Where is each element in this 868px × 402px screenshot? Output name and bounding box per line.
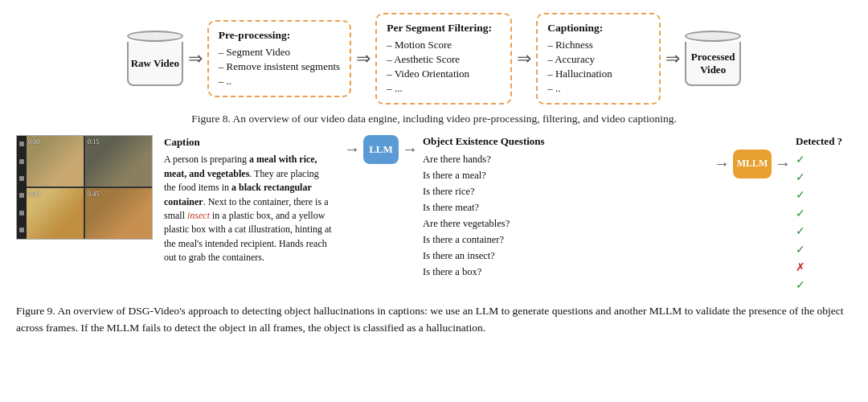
filtering-box: Per Segment Filtering: Motion Score Aest… — [375, 13, 512, 105]
arrow-1: ⇒ — [188, 48, 203, 69]
mllm-label: MLLM — [737, 158, 768, 170]
filtering-list: Motion Score Aesthetic Score Video Orien… — [387, 38, 501, 96]
caption-text: A person is preparing a meal with rice, … — [164, 153, 333, 265]
filtering-item-1: Motion Score — [387, 38, 501, 52]
questions-list: Are there hands? Is there a meal? Is the… — [423, 151, 709, 280]
detected-5: ✓ — [796, 223, 852, 240]
raw-video-label: Raw Video — [127, 42, 183, 86]
llm-box: LLM — [363, 135, 399, 164]
detected-2: ✓ — [796, 169, 852, 187]
filtering-title: Per Segment Filtering: — [387, 21, 501, 36]
film-hole — [19, 176, 24, 181]
question-7: Is there an insect? — [423, 248, 709, 264]
arrow-4: ⇒ — [665, 48, 680, 69]
filtering-item-4: ... — [387, 81, 501, 96]
captioning-box: Captioning: Richness Accuracy Hallucinat… — [536, 13, 661, 105]
questions-title: Object Existence Questions — [423, 135, 709, 148]
question-6: Is there a container? — [423, 232, 709, 248]
detected-7: ✗ — [796, 259, 852, 277]
question-3: Is there rice? — [423, 183, 709, 199]
thumb-bottom-left: 0:30 — [17, 188, 84, 239]
detected-6: ✓ — [796, 241, 852, 259]
llm-label: LLM — [369, 143, 393, 156]
thumb-top-right: 0:15 — [85, 136, 152, 187]
question-2: Is there a meal? — [423, 167, 709, 183]
arrow-to-mllm: → — [714, 154, 730, 173]
detected-1: ✓ — [796, 151, 852, 169]
preprocessing-item-2: Remove insistent segments — [219, 59, 340, 74]
question-5: Are there vegetables? — [423, 215, 709, 232]
filtering-item-3: Video Orientation — [387, 67, 501, 81]
film-strip-left — [17, 136, 27, 239]
detected-title: Detected ? — [796, 135, 852, 148]
preprocessing-title: Pre-processing: — [219, 28, 340, 43]
question-8: Is there a box? — [423, 264, 709, 280]
video-thumbnails: 0:00 0:15 0:30 0:45 — [16, 135, 153, 240]
detected-3: ✓ — [796, 187, 852, 204]
figure9-caption: Figure 9. An overview of DSG-Video's app… — [16, 303, 852, 337]
arrow-to-llm: → — [344, 140, 360, 158]
mllm-section: → MLLM → — [714, 150, 791, 178]
film-hole — [19, 228, 24, 232]
arrow-2: ⇒ — [356, 48, 371, 69]
thumb-bottom-right: 0:45 — [85, 188, 152, 239]
colored-insect: insect — [187, 210, 210, 221]
arrow-from-mllm: → — [775, 154, 791, 173]
bold-meal: a meal with rice, meat, and vegetables — [164, 154, 317, 178]
preprocessing-item-1: Segment Video — [219, 45, 340, 59]
questions-panel: Object Existence Questions Are there han… — [423, 135, 709, 280]
captioning-item-1: Richness — [547, 38, 649, 52]
captioning-item-2: Accuracy — [547, 52, 649, 67]
mllm-box: MLLM — [733, 150, 772, 178]
detected-list: ✓ ✓ ✓ ✓ ✓ ✓ ✗ ✓ — [796, 151, 852, 295]
film-hole — [19, 159, 24, 164]
figure9-diagram: 0:00 0:15 0:30 0:45 Caption A person is … — [16, 135, 852, 295]
filtering-item-2: Aesthetic Score — [387, 52, 501, 67]
film-hole — [19, 193, 24, 198]
caption-panel: Caption A person is preparing a meal wit… — [164, 135, 333, 265]
captioning-item-4: .. — [547, 81, 649, 96]
processed-video-cylinder: Processed Video — [685, 31, 741, 86]
preprocessing-item-3: .. — [219, 74, 340, 88]
preprocessing-box: Pre-processing: Segment Video Remove ins… — [207, 20, 351, 96]
question-1: Are there hands? — [423, 151, 709, 167]
film-hole — [19, 211, 24, 215]
fig9-right-section: → LLM → Object Existence Questions Are t… — [344, 135, 852, 295]
preprocessing-list: Segment Video Remove insistent segments … — [219, 45, 340, 89]
llm-section: → LLM → — [344, 135, 418, 164]
detected-panel: Detected ? ✓ ✓ ✓ ✓ ✓ ✓ ✗ ✓ — [796, 135, 852, 295]
arrow-from-llm: → — [402, 140, 418, 158]
detected-4: ✓ — [796, 205, 852, 223]
page: Raw Video ⇒ Pre-processing: Segment Vide… — [0, 0, 868, 347]
question-4: Is there meat? — [423, 199, 709, 215]
raw-video-cylinder: Raw Video — [127, 31, 183, 86]
figure8-caption: Figure 8. An overview of our video data … — [16, 113, 852, 125]
caption-panel-title: Caption — [164, 135, 333, 150]
processed-video-label: Processed Video — [685, 42, 741, 86]
pipeline-diagram: Raw Video ⇒ Pre-processing: Segment Vide… — [16, 13, 852, 105]
captioning-list: Richness Accuracy Hallucination .. — [547, 38, 649, 96]
captioning-item-3: Hallucination — [547, 67, 649, 81]
thumb-top-left: 0:00 — [17, 136, 84, 187]
captioning-title: Captioning: — [547, 21, 649, 36]
bold-container: a black rectangular container — [164, 182, 312, 207]
film-hole — [19, 142, 24, 146]
detected-8: ✓ — [796, 277, 852, 294]
arrow-3: ⇒ — [517, 48, 531, 69]
